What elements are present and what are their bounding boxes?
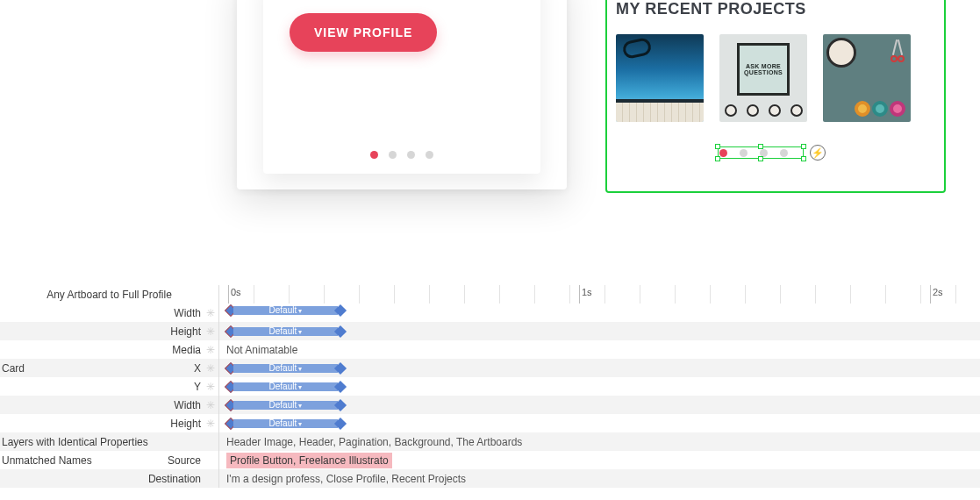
timeline-row-label-b: Source bbox=[168, 454, 201, 467]
timeline-row-left: CardX✳ bbox=[0, 359, 219, 377]
animation-track[interactable]: Default bbox=[226, 418, 345, 430]
poster-text: ASK MORE QUESTIONS bbox=[740, 63, 787, 76]
track-bar[interactable]: Default bbox=[233, 306, 338, 315]
timeline-row[interactable]: Media✳Not Animatable bbox=[0, 340, 980, 359]
timeline-row-right[interactable]: Default bbox=[219, 377, 980, 396]
profile-card-outer: Previously at Woosh. VIEW PROFILE bbox=[237, 0, 567, 189]
track-label: Default bbox=[269, 400, 303, 410]
timeline-ruler-row: Any Artboard to Full Profile 0s 1s 2s bbox=[0, 285, 980, 304]
timeline-panel[interactable]: Any Artboard to Full Profile 0s 1s 2s Wi… bbox=[0, 285, 980, 500]
timeline-row[interactable]: Y✳Default bbox=[0, 377, 980, 396]
lightning-icon[interactable]: ⚡ bbox=[810, 145, 826, 161]
snowflake-icon[interactable]: ✳ bbox=[206, 400, 215, 411]
timeline-title-cell: Any Artboard to Full Profile bbox=[0, 285, 219, 304]
timeline-row-label-a: Card bbox=[2, 362, 25, 375]
poster-frame: ASK MORE QUESTIONS bbox=[737, 43, 790, 96]
track-label: Default bbox=[269, 326, 303, 336]
decor-tape bbox=[890, 101, 905, 117]
decor-clock bbox=[826, 38, 856, 68]
track-bar[interactable]: Default bbox=[233, 382, 338, 391]
ruler-mark: 0s bbox=[231, 287, 241, 297]
timeline-row-left: Height✳ bbox=[0, 322, 219, 340]
timeline-row-left: Height✳ bbox=[0, 414, 219, 432]
timeline-row-left: Width✳ bbox=[0, 396, 219, 414]
timeline-row-right[interactable]: I'm a design profess, Close Profile, Rec… bbox=[219, 469, 980, 488]
project-thumb-1[interactable] bbox=[616, 34, 704, 122]
resize-handle[interactable] bbox=[758, 144, 763, 149]
timeline-row-right[interactable]: Default bbox=[219, 322, 980, 340]
project-thumb-2[interactable]: ASK MORE QUESTIONS bbox=[719, 34, 807, 122]
ruler-mark: 1s bbox=[582, 287, 592, 297]
snowflake-icon[interactable]: ✳ bbox=[206, 308, 215, 318]
track-bar[interactable]: Default bbox=[233, 401, 338, 410]
timeline-row-value: Not Animatable bbox=[226, 344, 297, 356]
timeline-row-right[interactable]: Default bbox=[219, 396, 980, 414]
timeline-row-left: Media✳ bbox=[0, 340, 219, 359]
resize-handle[interactable] bbox=[715, 156, 720, 161]
timeline-row-right[interactable]: Default bbox=[219, 359, 980, 377]
snowflake-icon[interactable]: ✳ bbox=[206, 326, 215, 337]
resize-handle[interactable] bbox=[801, 144, 806, 149]
timeline-row-label-b: Width bbox=[174, 307, 201, 319]
decor-tape bbox=[872, 101, 888, 117]
timeline-row-left: Width✳ bbox=[0, 304, 219, 322]
snowflake-icon[interactable]: ✳ bbox=[206, 382, 215, 392]
timeline-row-label-a: Layers with Identical Properties bbox=[2, 436, 148, 448]
recent-projects-inner: MY RECENT PROJECTS ASK MORE QUESTIONS bbox=[616, 0, 935, 182]
animation-track[interactable]: Default bbox=[226, 362, 345, 375]
timeline-row-value-highlight: Profile Button, Freelance Illustrato bbox=[226, 453, 392, 468]
track-bar[interactable]: Default bbox=[233, 419, 338, 428]
timeline-row-label-b: Y bbox=[194, 381, 201, 393]
timeline-row-right[interactable]: Default bbox=[219, 414, 980, 432]
timeline-row[interactable]: Width✳Default bbox=[0, 396, 980, 414]
pagination-dot[interactable] bbox=[426, 151, 433, 159]
ruler-mark: 2s bbox=[933, 287, 943, 297]
timeline-title: Any Artboard to Full Profile bbox=[46, 289, 172, 301]
pagination-dot[interactable] bbox=[389, 151, 397, 159]
timeline-row[interactable]: Height✳Default bbox=[0, 322, 980, 340]
timeline-row-label-b: Height bbox=[170, 418, 201, 430]
timeline-ruler[interactable]: 0s 1s 2s bbox=[219, 285, 980, 304]
animation-track[interactable]: Default bbox=[226, 381, 345, 393]
recent-projects-artboard[interactable]: MY RECENT PROJECTS ASK MORE QUESTIONS bbox=[605, 0, 946, 193]
snowflake-icon[interactable]: ✳ bbox=[206, 363, 215, 374]
animation-track[interactable]: Default bbox=[226, 304, 345, 317]
timeline-row[interactable]: Unmatched NamesSourceProfile Button, Fre… bbox=[0, 451, 980, 469]
timeline-row[interactable]: CardX✳Default bbox=[0, 359, 980, 377]
timeline-row-right[interactable]: Default bbox=[219, 304, 980, 322]
timeline-row-right[interactable]: Profile Button, Freelance Illustrato bbox=[219, 451, 980, 469]
timeline-row-left: Y✳ bbox=[0, 377, 219, 396]
track-label: Default bbox=[269, 382, 303, 391]
decor-clocks bbox=[719, 99, 807, 117]
snowflake-icon[interactable]: ✳ bbox=[206, 418, 215, 429]
decor-scissors bbox=[889, 39, 906, 62]
timeline-row-right[interactable]: Header Image, Header, Pagination, Backgr… bbox=[219, 432, 980, 451]
selection-box[interactable]: ⚡ bbox=[718, 146, 804, 159]
design-canvas[interactable]: Previously at Woosh. VIEW PROFILE MY REC… bbox=[0, 0, 980, 285]
pagination-dot[interactable] bbox=[370, 151, 378, 159]
pagination-dot[interactable] bbox=[407, 151, 415, 159]
view-profile-button[interactable]: VIEW PROFILE bbox=[290, 13, 437, 52]
snowflake-icon[interactable]: ✳ bbox=[206, 345, 215, 355]
animation-track[interactable]: Default bbox=[226, 325, 345, 338]
project-thumb-3[interactable] bbox=[823, 34, 911, 122]
track-bar[interactable]: Default bbox=[233, 364, 338, 373]
track-bar[interactable]: Default bbox=[233, 327, 338, 336]
timeline-row[interactable]: DestinationI'm a design profess, Close P… bbox=[0, 469, 980, 488]
timeline-row[interactable]: Width✳Default bbox=[0, 304, 980, 322]
timeline-row-left: Layers with Identical Properties bbox=[0, 432, 219, 451]
timeline-row-left: Destination bbox=[0, 469, 219, 488]
timeline-row-right[interactable]: Not Animatable bbox=[219, 340, 980, 359]
timeline-row-value: Header Image, Header, Pagination, Backgr… bbox=[226, 436, 522, 448]
animation-track[interactable]: Default bbox=[226, 399, 345, 411]
resize-handle[interactable] bbox=[801, 156, 806, 161]
project-thumbnails: ASK MORE QUESTIONS bbox=[616, 34, 935, 122]
resize-handle[interactable] bbox=[715, 144, 720, 149]
timeline-row[interactable]: Layers with Identical PropertiesHeader I… bbox=[0, 432, 980, 451]
timeline-row-label-b: X bbox=[194, 362, 201, 375]
resize-handle[interactable] bbox=[758, 156, 763, 161]
timeline-row[interactable]: Height✳Default bbox=[0, 414, 980, 432]
recent-projects-title: MY RECENT PROJECTS bbox=[616, 0, 935, 18]
timeline-row-value: I'm a design profess, Close Profile, Rec… bbox=[226, 473, 466, 485]
left-pagination[interactable] bbox=[237, 151, 567, 159]
